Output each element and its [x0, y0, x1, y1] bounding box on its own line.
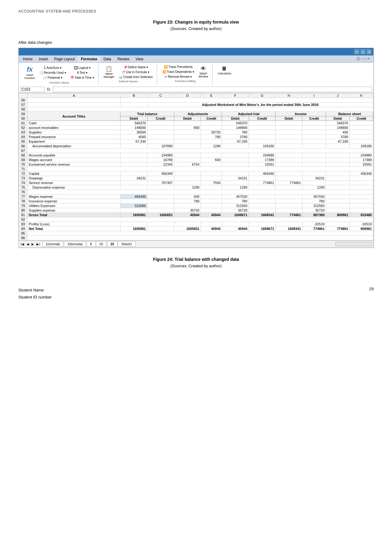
- col-header-a[interactable]: A: [28, 93, 120, 98]
- table-row: 81 Gross Total 1605981 1605651 45944 459…: [19, 213, 373, 217]
- tab-review[interactable]: Review: [114, 55, 132, 62]
- ribbon-tabs: Home Insert Page Layout Formulas Data Re…: [19, 55, 373, 63]
- table-row: 77 Wages expense 456430 600 457030 45703…: [19, 194, 373, 199]
- figure24-source: (Sources: Created by author): [18, 264, 374, 268]
- page-header: ACCOUNTING SYSTEM AND PROCESSES: [18, 9, 374, 13]
- recently-used-button[interactable]: 🕐 Recently Used ▾: [38, 70, 68, 75]
- col-header-b[interactable]: B: [120, 93, 147, 98]
- formula-auditing-label: Formula Auditing: [175, 80, 196, 83]
- table-row: 68 Accounts payable 234980 234980 234980: [19, 153, 373, 158]
- tab-page-layout[interactable]: Page Layout: [51, 55, 78, 62]
- fx-symbol: fx: [46, 87, 52, 92]
- autosum-button[interactable]: Σ AutoSum ▾: [38, 66, 68, 70]
- sheet-tab-sheet1[interactable]: Sheet1: [118, 241, 135, 247]
- col-header-e[interactable]: E: [201, 93, 222, 98]
- sheet-tab-8[interactable]: 8: [87, 241, 95, 247]
- col-header-j[interactable]: J: [326, 93, 349, 98]
- scrollbar-area[interactable]: [335, 242, 372, 246]
- table-row: 75 Depreciation expense 1290 1290 1290: [19, 185, 373, 190]
- after-label: After data changes:: [18, 40, 374, 45]
- tab-nav-next[interactable]: ▶: [31, 242, 35, 246]
- student-id: Student ID number: [18, 294, 374, 301]
- table-row: 79 Utilities Expenses 312560 312560 3125…: [19, 204, 373, 208]
- tab-home[interactable]: Home: [20, 55, 36, 62]
- table-row: 85: [19, 231, 373, 236]
- title-bar: − □ ×: [19, 48, 373, 55]
- col-header-c[interactable]: C: [147, 93, 174, 98]
- table-row: 72 Capital 456340 456340 456340: [19, 171, 373, 176]
- tab-formulas[interactable]: Formulas: [78, 55, 100, 62]
- watch-window-button[interactable]: 👁 WatchWindow: [197, 65, 210, 79]
- corner-cell: [19, 93, 28, 98]
- table-row: 74 Service revenue 767307 7554 774861 77…: [19, 181, 373, 185]
- table-row: 71: [19, 167, 373, 171]
- create-from-selection-button[interactable]: 📊 Create from Selection: [117, 75, 154, 79]
- calculation-button[interactable]: 🖩 Calculation: [216, 65, 233, 76]
- formula-input[interactable]: [53, 87, 372, 92]
- maximize-button[interactable]: □: [361, 49, 365, 54]
- table-row: 66 Accumulated depreciation 107890 1290 …: [19, 144, 373, 148]
- sheet-tabs: |◀ ◀ ▶ ▶| 1(normal) 1(formula) 8 10 15 S…: [19, 240, 373, 247]
- table-row: 64 Prepaid insurance 4560 780 3780 3780: [19, 135, 373, 139]
- sheet-tab-1formula[interactable]: 1(formula): [64, 241, 86, 247]
- student-name: Student Name: [18, 287, 374, 294]
- sheet-tab-15[interactable]: 15: [107, 241, 117, 247]
- sheet-tab-10[interactable]: 10: [96, 241, 106, 247]
- defined-names-group: 📋 NameManager 📌 Define Name ▾ ƒ² Use in …: [100, 64, 157, 85]
- name-manager-icon: 📋: [105, 66, 112, 72]
- page-footer: 29 Student Name Student ID number: [18, 287, 374, 301]
- logical-button[interactable]: 🔲 Logical ▾: [69, 66, 96, 70]
- table-row: 59 Account Titles Trial balance Adjustme…: [19, 112, 373, 116]
- defined-names-label: Defined Names: [119, 80, 138, 83]
- minimize-button[interactable]: −: [354, 49, 359, 54]
- table-row: 76: [19, 190, 373, 194]
- formula-bar: fx: [19, 86, 373, 93]
- financial-button[interactable]: 📈 Financial ▾: [38, 75, 68, 80]
- insert-function-button[interactable]: fx InsertFunction: [23, 65, 37, 81]
- name-manager-button[interactable]: 📋 NameManager: [102, 65, 116, 79]
- table-row: 56: [19, 98, 373, 103]
- use-in-formula-button[interactable]: ƒ² Use in Formula ▾: [117, 70, 154, 74]
- table-row: 70 Eunearned service revenue 22345 6754 …: [19, 162, 373, 167]
- datetime-button[interactable]: 📅 Date & Time ▾: [69, 75, 96, 80]
- table-row: 69 Wages accrued 16789 600 17389 17389: [19, 158, 373, 162]
- row-header-57[interactable]: 57: [19, 103, 28, 107]
- trace-dependents-button[interactable]: 🔀 Trace Dependents ▾: [161, 69, 196, 74]
- close-button[interactable]: ×: [367, 49, 372, 54]
- name-box[interactable]: [20, 87, 44, 92]
- col-header-f[interactable]: F: [222, 93, 249, 98]
- tab-data[interactable]: Data: [100, 55, 114, 62]
- tab-nav-first[interactable]: |◀: [20, 242, 25, 246]
- tab-view[interactable]: View: [132, 55, 146, 62]
- tab-nav-last[interactable]: ▶|: [35, 242, 41, 246]
- col-header-i[interactable]: I: [302, 93, 326, 98]
- figure24-title: Figure 24: Trial balance with changed da…: [18, 257, 374, 262]
- sheet-tab-1normal[interactable]: 1(normal): [42, 241, 63, 247]
- table-row: 78 Insurance expense 780 780 780: [19, 199, 373, 204]
- table-row: 84 Net Total 1605981 1605651 45944 45944…: [19, 227, 373, 231]
- trace-precedents-button[interactable]: 🔀 Trace Precedents: [161, 65, 196, 69]
- col-header-g[interactable]: G: [249, 93, 276, 98]
- table-row: 61 Cash 546370 546370 546370: [19, 121, 373, 126]
- define-name-button[interactable]: 📌 Define Name ▾: [117, 65, 154, 69]
- function-library-group: fx InsertFunction Σ AutoSum ▾ 🕐 Recently…: [20, 64, 98, 85]
- table-row: 58: [19, 107, 373, 112]
- table-row: 83 Profits/ (Loss) -32519 -32519: [19, 222, 373, 227]
- row-header-56[interactable]: 56: [19, 98, 28, 103]
- table-row: 86: [19, 236, 373, 240]
- tab-insert[interactable]: Insert: [36, 55, 51, 62]
- table-row: 73 Drawings 34231 34231 34231: [19, 176, 373, 181]
- col-header-h[interactable]: H: [276, 93, 302, 98]
- col-header-d[interactable]: D: [174, 93, 201, 98]
- remove-arrows-button[interactable]: ✂ Remove Arrows ▾: [161, 74, 196, 79]
- col-header-k[interactable]: K: [349, 93, 373, 98]
- watch-icon: 👁: [201, 66, 206, 72]
- ribbon-content: fx InsertFunction Σ AutoSum ▾ 🕐 Recently…: [19, 63, 373, 86]
- excel-window: − □ × Home Insert Page Layout Formulas D…: [18, 48, 374, 248]
- formula-auditing-group: 🔀 Trace Precedents 🔀 Trace Dependents ▾ …: [158, 64, 213, 85]
- tab-nav-prev[interactable]: ◀: [26, 242, 30, 246]
- text-button[interactable]: A Text ▾: [69, 70, 96, 75]
- sheet-container: A B C D E F G H I J K 56: [19, 93, 373, 240]
- table-row: 57 Adjusted Worksheet of Mini Motor's ,f…: [19, 103, 373, 107]
- calculation-icon: 🖩: [222, 66, 227, 72]
